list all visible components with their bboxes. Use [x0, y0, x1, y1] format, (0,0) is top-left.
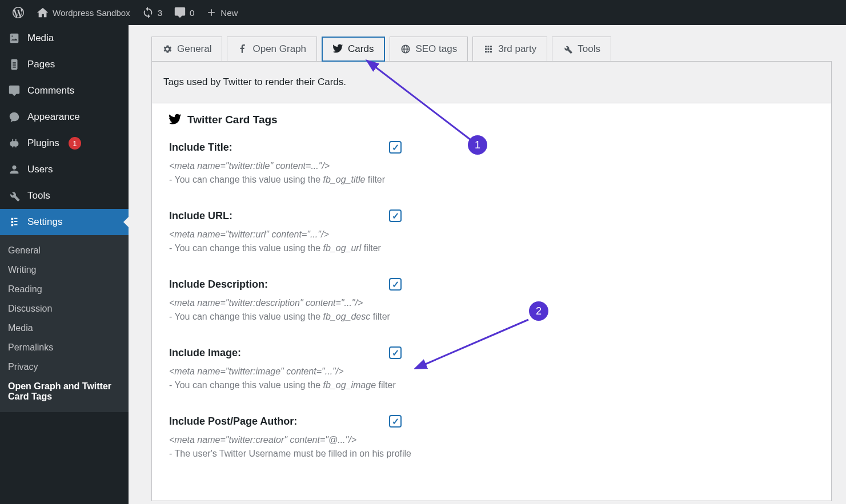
comments-link[interactable]: 0 — [168, 0, 200, 25]
admin-bar: Wordpress Sandbox 3 0 New — [0, 0, 846, 25]
updates-link[interactable]: 3 — [136, 0, 168, 25]
plus-icon — [206, 7, 217, 18]
comment-icon — [174, 6, 186, 19]
wp-logo[interactable] — [6, 0, 31, 25]
site-name: Wordpress Sandbox — [53, 8, 130, 18]
update-icon — [142, 6, 154, 19]
new-link[interactable]: New — [200, 0, 243, 25]
home-icon — [37, 6, 49, 19]
comments-count: 0 — [190, 8, 194, 18]
new-label: New — [220, 8, 238, 18]
updates-count: 3 — [158, 8, 162, 18]
site-name-link[interactable]: Wordpress Sandbox — [31, 0, 136, 25]
wordpress-icon — [11, 6, 25, 19]
